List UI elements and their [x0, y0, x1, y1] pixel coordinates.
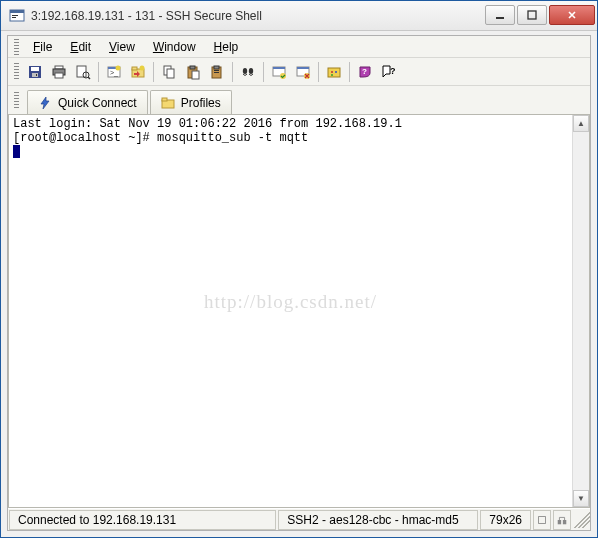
- profiles-label: Profiles: [181, 96, 221, 110]
- svg-rect-21: [132, 67, 137, 70]
- paste-icon[interactable]: [182, 61, 204, 83]
- settings-icon[interactable]: [323, 61, 345, 83]
- svg-text:?: ?: [362, 67, 367, 76]
- svg-rect-38: [297, 67, 309, 69]
- new-terminal-icon[interactable]: >_: [103, 61, 125, 83]
- status-size: 79x26: [480, 510, 531, 530]
- toolbar-sep: [232, 62, 233, 82]
- resize-grip[interactable]: [574, 512, 590, 528]
- svg-rect-9: [36, 74, 37, 76]
- menu-file[interactable]: File: [25, 38, 60, 56]
- connection-tabs: Quick Connect Profiles: [8, 86, 590, 114]
- svg-rect-8: [32, 73, 38, 77]
- status-icon-2[interactable]: [553, 510, 571, 530]
- svg-rect-5: [528, 11, 536, 19]
- svg-rect-40: [328, 68, 340, 77]
- svg-rect-48: [539, 516, 546, 523]
- folder-icon: [161, 96, 175, 110]
- svg-rect-7: [31, 67, 39, 71]
- app-icon: [9, 8, 25, 24]
- svg-rect-1: [10, 10, 24, 13]
- svg-point-43: [331, 74, 333, 76]
- menu-help[interactable]: Help: [206, 38, 247, 56]
- toolbar-sep: [318, 62, 319, 82]
- svg-rect-47: [162, 98, 167, 101]
- svg-rect-2: [12, 15, 18, 16]
- client-area: File Edit View Window Help >_: [7, 35, 591, 531]
- svg-rect-12: [55, 73, 63, 78]
- svg-point-42: [335, 71, 337, 73]
- help-icon[interactable]: ?: [354, 61, 376, 83]
- menubar: File Edit View Window Help: [8, 36, 590, 58]
- svg-point-32: [243, 68, 247, 74]
- window-controls: [483, 5, 595, 27]
- maximize-button[interactable]: [517, 5, 547, 25]
- scroll-down-button[interactable]: ▼: [573, 490, 589, 507]
- menu-grip[interactable]: [14, 39, 19, 55]
- menu-window[interactable]: Window: [145, 38, 204, 56]
- terminal-line: Last login: Sat Nov 19 01:06:22 2016 fro…: [13, 117, 568, 131]
- toolbar-sep: [349, 62, 350, 82]
- status-cipher: SSH2 - aes128-cbc - hmac-md5: [278, 510, 478, 530]
- svg-point-41: [331, 71, 333, 73]
- terminal[interactable]: Last login: Sat Nov 19 01:06:22 2016 fro…: [9, 115, 572, 507]
- copy-icon[interactable]: [158, 61, 180, 83]
- svg-point-33: [249, 68, 253, 74]
- profiles-button[interactable]: Profiles: [150, 90, 232, 114]
- svg-rect-30: [214, 70, 219, 71]
- svg-rect-4: [496, 17, 504, 19]
- svg-rect-50: [563, 520, 566, 524]
- statusbar: Connected to 192.168.19.131 SSH2 - aes12…: [8, 508, 590, 530]
- window-title: 3:192.168.19.131 - 131 - SSH Secure Shel…: [31, 9, 483, 23]
- terminal-area: Last login: Sat Nov 19 01:06:22 2016 fro…: [8, 114, 590, 508]
- titlebar[interactable]: 3:192.168.19.131 - 131 - SSH Secure Shel…: [1, 1, 597, 31]
- clipboard-icon[interactable]: [206, 61, 228, 83]
- svg-rect-13: [77, 66, 86, 77]
- svg-rect-27: [192, 71, 199, 79]
- print-preview-icon[interactable]: [72, 61, 94, 83]
- lightning-icon: [38, 96, 52, 110]
- toolbar: >_ ? ?: [8, 58, 590, 86]
- menu-view[interactable]: View: [101, 38, 143, 56]
- svg-point-22: [140, 65, 145, 70]
- ssh-window: 3:192.168.19.131 - 131 - SSH Secure Shel…: [0, 0, 598, 538]
- toolbar-grip[interactable]: [14, 63, 19, 81]
- toolbar-sep: [153, 62, 154, 82]
- svg-rect-29: [214, 66, 219, 69]
- svg-rect-24: [167, 69, 174, 78]
- watermark: http://blog.csdn.net/: [9, 295, 572, 309]
- whatsthis-icon[interactable]: ?: [378, 61, 400, 83]
- scroll-up-button[interactable]: ▲: [573, 115, 589, 132]
- quick-connect-button[interactable]: Quick Connect: [27, 90, 148, 114]
- minimize-button[interactable]: [485, 5, 515, 25]
- disconnect-icon[interactable]: [292, 61, 314, 83]
- scroll-track[interactable]: [573, 132, 589, 490]
- print-icon[interactable]: [48, 61, 70, 83]
- find-icon[interactable]: [237, 61, 259, 83]
- svg-rect-3: [12, 17, 16, 18]
- vertical-scrollbar[interactable]: ▲ ▼: [572, 115, 589, 507]
- save-icon[interactable]: [24, 61, 46, 83]
- connect-icon[interactable]: [268, 61, 290, 83]
- quick-connect-label: Quick Connect: [58, 96, 137, 110]
- svg-text:?: ?: [390, 66, 396, 76]
- svg-point-19: [116, 65, 121, 70]
- tab-grip[interactable]: [14, 92, 19, 110]
- status-connected: Connected to 192.168.19.131: [9, 510, 276, 530]
- svg-line-15: [88, 77, 90, 79]
- close-button[interactable]: [549, 5, 595, 25]
- status-icon-1[interactable]: [533, 510, 551, 530]
- svg-rect-35: [273, 67, 285, 69]
- toolbar-sep: [263, 62, 264, 82]
- svg-rect-49: [558, 520, 561, 524]
- cursor: [13, 145, 20, 158]
- toolbar-sep: [98, 62, 99, 82]
- terminal-line: [root@localhost ~]# mosquitto_sub -t mqt…: [13, 131, 568, 145]
- new-file-transfer-icon[interactable]: [127, 61, 149, 83]
- svg-rect-31: [214, 72, 219, 73]
- menu-edit[interactable]: Edit: [62, 38, 99, 56]
- svg-point-36: [280, 73, 286, 79]
- svg-rect-26: [190, 66, 195, 69]
